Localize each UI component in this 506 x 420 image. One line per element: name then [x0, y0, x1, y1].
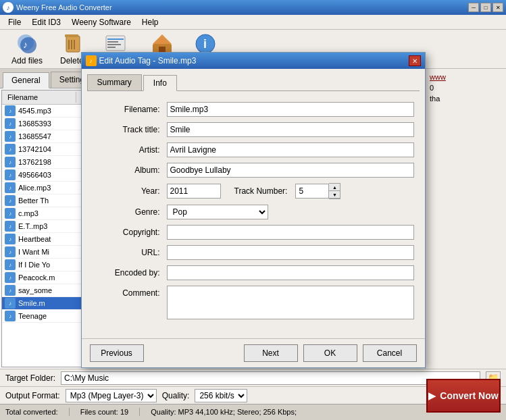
year-input[interactable] — [167, 184, 221, 199]
artist-row: Artist: — [93, 142, 414, 157]
album-label: Album: — [93, 165, 167, 175]
track-title-label: Track title: — [93, 125, 167, 134]
cancel-button[interactable]: Cancel — [363, 344, 417, 362]
edit-audio-tag-dialog: ♪ Edit Audio Tag - Smile.mp3 ✕ Summary I… — [81, 52, 426, 368]
artist-label: Artist: — [93, 145, 167, 155]
track-number-input[interactable] — [295, 184, 329, 199]
encoded-by-row: Encoded by: — [93, 265, 414, 280]
dialog-action-buttons: Next OK Cancel — [244, 344, 417, 362]
dialog-title: Edit Audio Tag - Smile.mp3 — [99, 56, 406, 65]
dialog-tab-info[interactable]: Info — [143, 75, 177, 91]
year-track-row: Year: Track Number: ▲ ▼ — [93, 183, 414, 199]
spin-down-button[interactable]: ▼ — [329, 191, 340, 199]
track-number-spinner[interactable]: ▲ ▼ — [329, 183, 340, 199]
track-title-input[interactable] — [167, 122, 414, 137]
dialog-title-icon: ♪ — [86, 55, 97, 66]
dialog-close-button[interactable]: ✕ — [409, 55, 421, 66]
filename-label: Filename: — [93, 105, 167, 114]
copyright-label: Copyright: — [93, 228, 167, 237]
dialog-footer: Previous Next OK Cancel — [82, 338, 425, 367]
track-number-label: Track Number: — [234, 186, 288, 196]
copyright-row: Copyright: — [93, 225, 414, 240]
genre-label: Genre: — [93, 207, 167, 217]
url-input[interactable] — [167, 245, 414, 260]
dialog-title-bar: ♪ Edit Audio Tag - Smile.mp3 ✕ — [82, 53, 425, 69]
dialog-form: Filename: Track title: Artist: Album: — [87, 97, 420, 330]
comment-label: Comment: — [93, 286, 167, 298]
artist-input[interactable] — [167, 142, 414, 157]
filename-row: Filename: — [93, 102, 414, 117]
url-label: URL: — [93, 248, 167, 257]
track-title-row: Track title: — [93, 122, 414, 137]
genre-row: Genre: Pop — [93, 205, 414, 219]
album-row: Album: — [93, 163, 414, 178]
filename-input[interactable] — [167, 102, 414, 117]
dialog-tabs: Summary Info — [87, 74, 420, 91]
copyright-input[interactable] — [167, 225, 414, 240]
encoded-by-input[interactable] — [167, 265, 414, 280]
album-input[interactable] — [167, 163, 414, 178]
url-row: URL: — [93, 245, 414, 260]
comment-row: Comment: — [93, 286, 414, 319]
spin-up-button[interactable]: ▲ — [329, 184, 340, 191]
genre-select[interactable]: Pop — [167, 205, 268, 219]
dialog-body: Summary Info Filename: Track title: Arti… — [82, 69, 425, 336]
year-label: Year: — [93, 186, 167, 196]
dialog-tab-summary[interactable]: Summary — [87, 74, 142, 90]
dialog-overlay: ♪ Edit Audio Tag - Smile.mp3 ✕ Summary I… — [0, 0, 506, 420]
comment-textarea[interactable] — [167, 286, 414, 319]
previous-button[interactable]: Previous — [90, 344, 144, 362]
ok-button[interactable]: OK — [303, 344, 357, 362]
next-button[interactable]: Next — [244, 344, 298, 362]
encoded-by-label: Encoded by: — [93, 268, 167, 278]
